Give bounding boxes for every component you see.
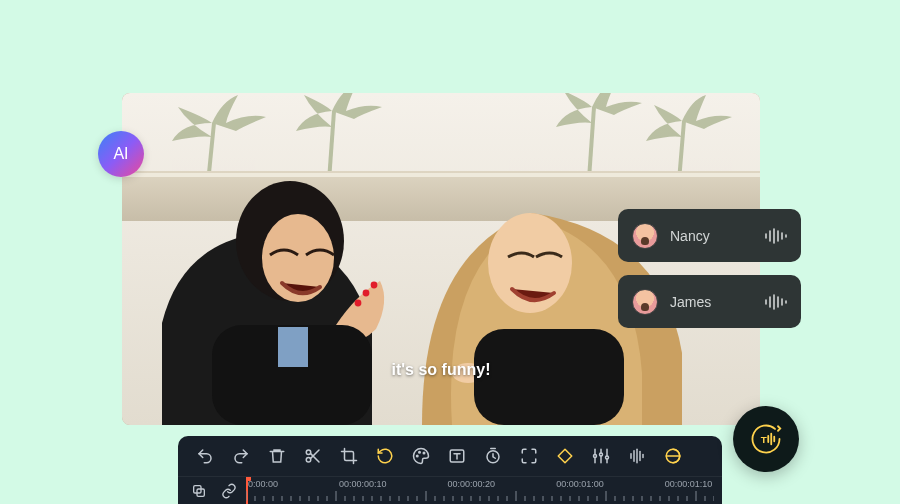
ruler-timestamp: 00:00:00:10 — [339, 479, 387, 489]
svg-point-27 — [417, 455, 419, 457]
keyframe-button[interactable] — [550, 441, 580, 471]
svg-point-5 — [371, 282, 378, 289]
copy-icon[interactable] — [186, 478, 212, 504]
expand-button[interactable] — [514, 441, 544, 471]
avatar — [632, 223, 658, 249]
transcribe-fab[interactable]: T — [733, 406, 799, 472]
ai-badge: AI — [98, 131, 144, 177]
svg-point-6 — [363, 290, 370, 297]
undo-button[interactable] — [190, 441, 220, 471]
speaker-card[interactable]: Nancy — [618, 209, 801, 262]
adjust-button[interactable] — [586, 441, 616, 471]
link-icon[interactable] — [216, 478, 242, 504]
speaker-card[interactable]: James — [618, 275, 801, 328]
ruler-timestamp: 00:00:01:10 — [665, 479, 713, 489]
delete-button[interactable] — [262, 441, 292, 471]
audio-button[interactable] — [622, 441, 652, 471]
avatar — [632, 289, 658, 315]
rotate-button[interactable] — [370, 441, 400, 471]
crop-button[interactable] — [334, 441, 364, 471]
text-button[interactable] — [442, 441, 472, 471]
svg-point-33 — [600, 453, 603, 456]
timeline-ruler[interactable]: 0:00:00 00:00:00:10 00:00:00:20 00:00:01… — [246, 477, 714, 504]
svg-rect-9 — [278, 327, 308, 367]
svg-point-32 — [594, 455, 597, 458]
palette-button[interactable] — [406, 441, 436, 471]
svg-text:T: T — [761, 434, 767, 445]
waveform-icon — [765, 228, 787, 244]
speaker-name: James — [670, 294, 753, 310]
ruler-timestamp: 00:00:00:20 — [448, 479, 496, 489]
speed-button[interactable] — [478, 441, 508, 471]
svg-rect-12 — [474, 329, 624, 425]
svg-point-28 — [419, 452, 421, 454]
svg-rect-2 — [122, 173, 760, 177]
waveform-icon — [765, 294, 787, 310]
redo-button[interactable] — [226, 441, 256, 471]
ai-badge-label: AI — [113, 145, 128, 163]
svg-point-34 — [606, 456, 609, 459]
svg-point-7 — [355, 300, 362, 307]
timeline-toolbar: 0:00:00 00:00:00:10 00:00:00:20 00:00:01… — [178, 436, 722, 504]
ruler-timestamp: 00:00:01:00 — [556, 479, 604, 489]
color-wheel-button[interactable] — [658, 441, 688, 471]
svg-point-29 — [423, 452, 425, 454]
ruler-timestamp: 0:00:00 — [248, 479, 278, 489]
split-button[interactable] — [298, 441, 328, 471]
caption-text: it's so funny! — [392, 361, 491, 379]
speaker-name: Nancy — [670, 228, 753, 244]
